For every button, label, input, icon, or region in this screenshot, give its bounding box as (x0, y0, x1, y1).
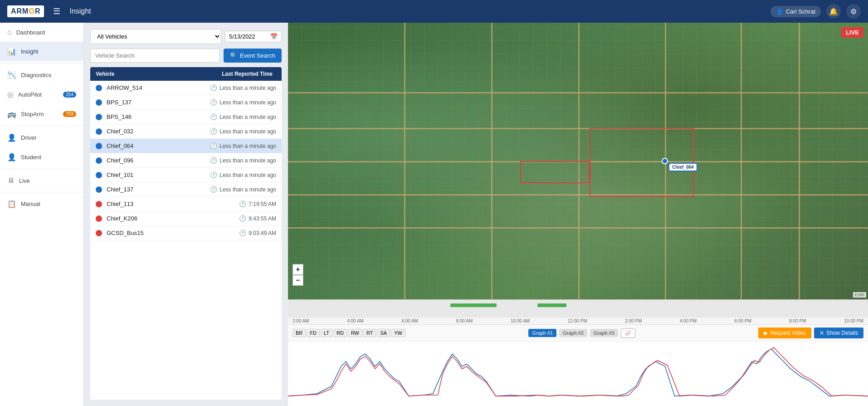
event-search-button[interactable]: 🔍 Event Search (224, 49, 282, 63)
vehicle-table: Vehicle Last Reported Time ARROW_514 🕐 L… (90, 67, 282, 400)
vehicle-time: 🕐 Less than a minute ago (210, 142, 276, 149)
sidebar-item-insight[interactable]: 📊 Insight (0, 42, 83, 61)
show-details-button[interactable]: ✕ Show Details (814, 328, 863, 338)
filter-br[interactable]: BR (293, 329, 306, 337)
hamburger-icon[interactable]: ☰ (53, 6, 60, 16)
user-menu[interactable]: 👤 Carl Schrat (770, 6, 821, 17)
sidebar-item-label: Driver (21, 134, 37, 141)
sidebar-divider-3 (0, 169, 83, 169)
vehicle-dropdown[interactable]: All Vehicles (90, 29, 221, 44)
vehicle-time: 🕐 9:43:55 AM (239, 215, 276, 222)
vehicle-time: 🕐 Less than a minute ago (210, 171, 276, 178)
table-row[interactable]: Chief_K206 🕐 9:43:55 AM (90, 211, 282, 226)
vehicle-time: 🕐 Less than a minute ago (210, 99, 276, 106)
request-video-label: Request Video (770, 330, 806, 336)
road-v-2 (491, 23, 493, 299)
vehicle-name: Chief_032 (107, 128, 210, 135)
vehicle-name: Chief_064 (107, 142, 210, 149)
vehicle-time-text: Less than a minute ago (219, 186, 276, 193)
vehicle-time: 🕐 9:03:49 AM (239, 230, 276, 236)
vehicle-time-text: 7:19:55 AM (249, 201, 276, 207)
clock-icon: 🕐 (210, 113, 217, 120)
notifications-button[interactable]: 🔔 (826, 4, 841, 19)
table-row[interactable]: Chief_101 🕐 Less than a minute ago (90, 168, 282, 182)
sidebar-item-driver[interactable]: 👤 Driver (0, 128, 83, 147)
graph-1-button[interactable]: Graph #1 (528, 329, 556, 337)
sidebar-item-diagnostics[interactable]: 📉 Diagnostics (0, 65, 83, 85)
sidebar-item-dashboard[interactable]: ⌂ Dashboard (0, 23, 83, 42)
filter-rw[interactable]: RW (348, 329, 362, 337)
graph-3-button[interactable]: Graph #3 (590, 329, 618, 337)
table-row[interactable]: Chief_064 🕐 Less than a minute ago (90, 139, 282, 153)
clock-icon: 🕐 (239, 201, 246, 207)
clock-icon: 🕐 (210, 84, 217, 91)
graph-type-button[interactable]: 📈 (621, 328, 635, 338)
sidebar-item-label: Insight (21, 48, 38, 55)
vehicle-time: 🕐 Less than a minute ago (210, 128, 276, 135)
table-row[interactable]: Chief_096 🕐 Less than a minute ago (90, 153, 282, 168)
vehicle-dot (96, 157, 102, 164)
vehicle-search-input[interactable] (90, 49, 220, 63)
sidebar-item-stoparm[interactable]: 🚌 StopArm 759 (0, 104, 83, 124)
vehicle-time-text: Less than a minute ago (219, 157, 276, 164)
vehicle-dot (96, 143, 102, 149)
sidebar-item-autopilot[interactable]: ◎ AutoPilot 254 (0, 85, 83, 104)
vehicle-time: 🕐 Less than a minute ago (210, 157, 276, 164)
sidebar-divider (0, 63, 83, 64)
graph-2-button[interactable]: Graph #2 (559, 329, 587, 337)
filter-fd[interactable]: FD (307, 329, 320, 337)
vehicle-dot (96, 85, 102, 91)
timeline-label: 6:00 AM (401, 318, 418, 323)
filter-lt[interactable]: LT (321, 329, 332, 337)
event-search-label: Event Search (240, 52, 275, 59)
timeline-container: 2:00 AM 4:00 AM 6:00 AM 8:00 AM 10:00 AM… (288, 299, 868, 324)
diagnostics-icon: 📉 (7, 71, 16, 79)
settings-button[interactable]: ⚙ (846, 4, 861, 19)
filter-sa[interactable]: SA (377, 329, 390, 337)
main-layout: ⌂ Dashboard 📊 Insight 📉 Diagnostics ◎ Au… (0, 23, 868, 406)
timeline-label: 4:00 AM (347, 318, 364, 323)
vehicle-name: Chief_096 (107, 157, 210, 164)
sidebar: ⌂ Dashboard 📊 Insight 📉 Diagnostics ◎ Au… (0, 23, 84, 406)
filter-yw[interactable]: YW (391, 329, 405, 337)
timeline-track[interactable] (288, 300, 868, 318)
clock-icon: 🕐 (210, 157, 217, 164)
table-row[interactable]: Chief_137 🕐 Less than a minute ago (90, 182, 282, 197)
graph-container: BR FD LT RD RW RT SA YW Graph #1 Graph #… (288, 324, 868, 406)
vehicle-label: Chief_064 (668, 163, 697, 171)
vehicle-name: Chief_101 (107, 171, 210, 178)
zoom-in-button[interactable]: + (293, 264, 303, 275)
timeline-label: 10:00 PM (844, 318, 863, 323)
request-video-button[interactable]: ▶ Request Video (758, 328, 811, 338)
table-row[interactable]: Chief_032 🕐 Less than a minute ago (90, 124, 282, 139)
table-row[interactable]: Chief_113 🕐 7:19:55 AM (90, 197, 282, 211)
table-row[interactable]: ARROW_514 🕐 Less than a minute ago (90, 81, 282, 95)
table-row[interactable]: BPS_146 🕐 Less than a minute ago (90, 110, 282, 124)
road-v-6 (799, 23, 800, 299)
vehicle-dot (96, 99, 102, 106)
sidebar-item-manual[interactable]: 📋 Manual (0, 194, 83, 214)
timeline-label: 6:00 PM (735, 318, 751, 323)
table-row[interactable]: GCSD_Bus15 🕐 9:03:49 AM (90, 226, 282, 240)
manual-icon: 📋 (7, 200, 16, 208)
clock-icon: 🕐 (239, 215, 246, 222)
sidebar-item-label: AutoPilot (18, 91, 42, 98)
filter-row-1: All Vehicles 📅 (90, 29, 282, 44)
filter-rt[interactable]: RT (363, 329, 376, 337)
table-row[interactable]: BPS_137 🕐 Less than a minute ago (90, 95, 282, 110)
clock-icon: 🕐 (210, 99, 217, 106)
timeline-label: 2:00 PM (625, 318, 642, 323)
sidebar-item-live[interactable]: 🖥 Live (0, 171, 83, 190)
insight-icon: 📊 (7, 47, 16, 56)
sidebar-item-label: Dashboard (16, 29, 45, 36)
sidebar-item-student[interactable]: 👤 Student (0, 147, 83, 167)
calendar-icon[interactable]: 📅 (270, 33, 278, 40)
date-input[interactable] (229, 33, 268, 40)
timeline-label: 8:00 PM (789, 318, 806, 323)
zoom-out-button[interactable]: − (293, 275, 303, 286)
vehicle-time-text: 9:03:49 AM (249, 230, 276, 236)
filter-rd[interactable]: RD (333, 329, 347, 337)
table-header: Vehicle Last Reported Time (90, 67, 282, 81)
clock-icon: 🕐 (210, 186, 217, 193)
sidebar-item-label: Manual (21, 201, 40, 207)
